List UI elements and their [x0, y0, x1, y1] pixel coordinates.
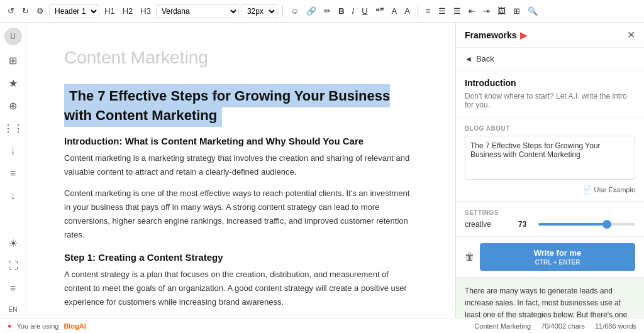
underline-button[interactable]: U: [359, 5, 370, 17]
sidebar-icon-fullscreen[interactable]: ⛶: [6, 258, 21, 273]
sidebar-icon-download[interactable]: ↓: [6, 188, 21, 204]
sidebar-icon-list[interactable]: ≡: [6, 166, 21, 181]
blog-about-section: BLOG ABOUT 📄 Use Example: [456, 117, 644, 202]
sidebar-icon-star[interactable]: ★: [6, 75, 21, 90]
intro-section: Introduction Don't know where to start? …: [456, 70, 644, 117]
intro-desc: Don't know where to start? Let A.I. writ…: [465, 92, 635, 109]
delete-button[interactable]: 🗑: [465, 251, 475, 263]
doc-heading-step1: Step 1: Creating a Content Strategy: [64, 252, 418, 263]
use-example-label: Use Example: [594, 186, 635, 194]
emoji-button[interactable]: ☺: [288, 5, 301, 17]
doc-para2: Content marketing is one of the most eff…: [64, 187, 418, 242]
settings-label: SETTINGS: [465, 209, 635, 216]
doc-para1: Content marketing is a marketing strateg…: [64, 151, 418, 179]
back-button[interactable]: ◄ Back: [456, 48, 644, 70]
quote-button[interactable]: ❝❞: [373, 5, 387, 17]
font-size-select[interactable]: 32px 16px 14px: [242, 4, 277, 18]
sidebar-icon-grid[interactable]: ⊞: [6, 53, 21, 68]
creative-label: creative: [465, 220, 513, 229]
table-button[interactable]: ⊞: [511, 5, 523, 17]
text-color-button[interactable]: A: [402, 5, 413, 17]
main-layout: U ⊞ ★ ⊕ ⋮⋮ ↓ ≡ ↓ ☀ ⛶ ≡ EN Content Market…: [0, 23, 644, 318]
creative-slider[interactable]: [538, 223, 635, 226]
status-bar: ♥ You are using BlogAI Content Marketing…: [0, 318, 644, 333]
write-row: 🗑 Write for me CTRL + ENTER: [456, 237, 644, 278]
settings-section: SETTINGS creative 73: [456, 202, 644, 237]
panel-title-text: Frameworks: [465, 30, 516, 40]
sidebar-lang[interactable]: EN: [9, 306, 18, 313]
separator-2: [418, 6, 418, 17]
align-button[interactable]: ☰: [451, 5, 464, 17]
sidebar-icon-settings[interactable]: ☀: [6, 236, 21, 251]
style-menu-button[interactable]: ⚙: [34, 5, 47, 17]
redo-button[interactable]: ↻: [19, 5, 31, 17]
panel-header: Frameworks ▶ ✕: [456, 23, 644, 48]
sidebar-icon-chart[interactable]: ↓: [6, 143, 21, 158]
pen-button[interactable]: ✏: [321, 5, 333, 17]
ol-button[interactable]: ☰: [436, 5, 448, 17]
panel-title-icon: ▶: [520, 30, 527, 40]
write-shortcut: CTRL + ENTER: [535, 259, 580, 266]
font-select[interactable]: Verdana Arial Times New Roman: [156, 4, 239, 18]
link-button[interactable]: 🔗: [304, 5, 319, 17]
blog-about-label: BLOG ABOUT: [465, 125, 635, 132]
blogai-link[interactable]: BlogAI: [64, 322, 86, 330]
separator-1: [282, 6, 283, 17]
h3-button[interactable]: H3: [138, 5, 153, 17]
chars-count: 70/4002 chars: [541, 322, 585, 330]
doc-para4: The first step in creating a content str…: [64, 317, 418, 318]
panel-close-button[interactable]: ✕: [627, 29, 635, 41]
write-button[interactable]: Write for me CTRL + ENTER: [480, 243, 635, 271]
h2-button[interactable]: H2: [120, 5, 136, 17]
doc-heading-intro: Introduction: What is Content Marketing …: [64, 136, 418, 146]
sidebar-icon-apps[interactable]: ⋮⋮: [6, 121, 21, 136]
write-label: Write for me: [534, 248, 582, 258]
document-content: Content Marketing The 7 Effective Steps …: [26, 23, 455, 318]
creative-value: 73: [518, 220, 533, 229]
back-arrow-icon: ◄: [465, 55, 472, 63]
highlight-button[interactable]: A: [389, 5, 400, 17]
panel-content: ◄ Back Introduction Don't know where to …: [456, 48, 644, 318]
you-are-label: You are using: [17, 322, 59, 330]
doc-watermark-title: Content Marketing: [64, 48, 418, 68]
bold-button[interactable]: B: [336, 5, 347, 17]
blog-about-textarea[interactable]: [465, 136, 635, 180]
avatar-initials: U: [10, 32, 16, 41]
words-count: 11/686 words: [595, 322, 636, 330]
outdent-button[interactable]: ⇤: [466, 5, 478, 17]
right-panel: Frameworks ▶ ✕ ◄ Back Introduction Don't…: [455, 23, 644, 318]
doc-para3: A content strategy is a plan that focuse…: [64, 268, 418, 309]
use-example-button[interactable]: 📄 Use Example: [583, 185, 635, 194]
undo-button[interactable]: ↺: [5, 5, 17, 17]
status-right: Content Marketing 70/4002 chars 11/686 w…: [474, 322, 636, 330]
gen-card-1: There are many ways to generate leads an…: [456, 278, 644, 318]
gen-card1-text: There are many ways to generate leads an…: [465, 285, 635, 318]
image-button[interactable]: 🖼: [495, 5, 508, 17]
doc-name-status: Content Marketing: [474, 322, 531, 330]
panel-title: Frameworks ▶: [465, 30, 527, 40]
ul-button[interactable]: ≡: [423, 5, 433, 17]
doc-heading1-wrapper: The 7 Effective Steps for Growing Your B…: [64, 87, 418, 126]
style-type-icon: ⚙: [36, 6, 44, 16]
indent-button[interactable]: ⇥: [480, 5, 492, 17]
h1-button[interactable]: H1: [102, 5, 118, 17]
user-avatar[interactable]: U: [4, 28, 22, 45]
search-button[interactable]: 🔍: [525, 5, 540, 17]
sidebar-icon-target[interactable]: ⊕: [6, 98, 21, 113]
header-style-select[interactable]: Header 1 Header 2 Normal: [49, 4, 99, 18]
heart-icon: ♥: [8, 322, 12, 330]
intro-title: Introduction: [465, 78, 635, 88]
back-label: Back: [476, 54, 494, 63]
use-example-row: 📄 Use Example: [465, 185, 635, 194]
doc-heading1: The 7 Effective Steps for Growing Your B…: [64, 84, 390, 127]
creative-row: creative 73: [465, 220, 635, 229]
italic-button[interactable]: I: [350, 5, 357, 17]
use-example-icon: 📄: [583, 185, 592, 194]
main-toolbar: ↺ ↻ ⚙ Header 1 Header 2 Normal H1 H2 H3 …: [0, 0, 644, 23]
sidebar-icon-menu[interactable]: ≡: [6, 281, 21, 296]
left-sidebar: U ⊞ ★ ⊕ ⋮⋮ ↓ ≡ ↓ ☀ ⛶ ≡ EN: [0, 23, 26, 318]
